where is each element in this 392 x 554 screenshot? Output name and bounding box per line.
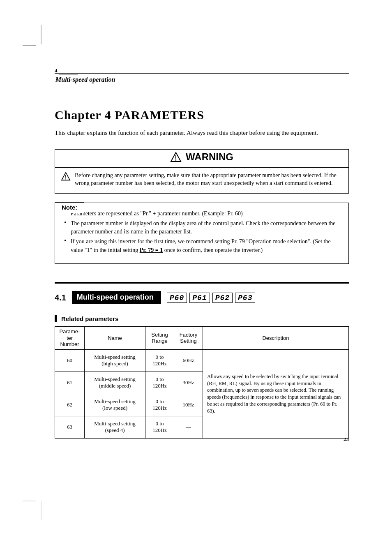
crop-mark bbox=[41, 501, 42, 520]
cell-range: 0 to120Hz bbox=[145, 394, 174, 416]
warning-label: WARNING bbox=[186, 151, 233, 163]
header-rule bbox=[55, 73, 349, 75]
crop-mark bbox=[23, 45, 36, 46]
cell-description: Allows any speed to be selected by switc… bbox=[203, 349, 349, 438]
section-display-codes: P60 P61 P62 P63 bbox=[167, 293, 256, 303]
cell-number: 63 bbox=[55, 416, 85, 438]
table-row: 60 Multi-speed setting(high speed) 0 to1… bbox=[55, 349, 349, 372]
note-box: Note: Parameters are represented as "Pr.… bbox=[55, 203, 349, 264]
col-header-range: SettingRange bbox=[145, 327, 174, 350]
cell-name: Multi-speed setting(speed 4) bbox=[85, 416, 145, 438]
parameters-table: Parame-terNumber Name SettingRange Facto… bbox=[55, 326, 349, 439]
col-header-number: Parame-terNumber bbox=[55, 327, 85, 350]
cell-number: 61 bbox=[55, 372, 85, 394]
warning-header: WARNING bbox=[55, 150, 348, 168]
cell-range: 0 to120Hz bbox=[145, 349, 174, 372]
crop-mark bbox=[352, 25, 352, 45]
section-number: 4.1 bbox=[55, 293, 66, 302]
col-header-name: Name bbox=[85, 327, 145, 350]
warning-box: WARNING Before changing any parameter se… bbox=[55, 149, 349, 194]
chapter-caption: This chapter explains the function of ea… bbox=[55, 129, 349, 138]
cell-name: Multi-speed setting(middle speed) bbox=[85, 372, 145, 394]
cell-name: Multi-speed setting(low speed) bbox=[85, 394, 145, 416]
heading-marker-icon bbox=[55, 315, 57, 322]
svg-point-2 bbox=[175, 159, 177, 161]
page-label-top: 4 bbox=[55, 67, 58, 74]
seg7-display: P61 bbox=[189, 293, 210, 303]
cell-number: 62 bbox=[55, 394, 85, 416]
col-header-factory: FactorySetting bbox=[174, 327, 203, 350]
cell-name: Multi-speed setting(high speed) bbox=[85, 349, 145, 372]
note-emphasis: Pr. 79 = 1 bbox=[140, 247, 163, 253]
seg7-display: P62 bbox=[212, 293, 233, 303]
cell-factory: 10Hz bbox=[174, 394, 203, 416]
cell-factory: — bbox=[174, 416, 203, 438]
seg7-display: P63 bbox=[235, 293, 255, 303]
section-rule bbox=[55, 282, 349, 284]
seg7-display: P60 bbox=[167, 293, 187, 303]
note-item: Parameters are represented as "Pr." + pa… bbox=[64, 210, 341, 218]
note-item: The parameter number is displayed on the… bbox=[64, 219, 341, 236]
svg-point-5 bbox=[65, 178, 66, 179]
cell-number: 60 bbox=[55, 349, 85, 372]
warning-body-text: Before changing any parameter setting, m… bbox=[75, 172, 343, 187]
cell-factory: 30Hz bbox=[174, 372, 203, 394]
related-parameters-heading: Related parameters bbox=[55, 315, 349, 322]
footer-page-number: 23 bbox=[344, 436, 349, 443]
crop-mark bbox=[23, 501, 36, 501]
col-header-description: Description bbox=[203, 327, 349, 350]
section-heading: 4.1 Multi-speed operation P60 P61 P62 P6… bbox=[55, 291, 349, 304]
cell-factory: 60Hz bbox=[174, 349, 203, 372]
note-tab-label: Note: bbox=[55, 202, 84, 213]
cell-range: 0 to120Hz bbox=[145, 372, 174, 394]
chapter-title: Chapter 4 PARAMETERS bbox=[55, 108, 349, 122]
crop-mark bbox=[41, 25, 42, 44]
warning-triangle-icon bbox=[170, 152, 182, 162]
note-item: If you are using this inverter for the f… bbox=[64, 238, 341, 254]
warning-triangle-icon bbox=[61, 172, 71, 181]
header-subtitle: Multi-speed operation bbox=[55, 76, 349, 83]
cell-range: 0 to120Hz bbox=[145, 416, 174, 438]
section-title: Multi-speed operation bbox=[72, 291, 161, 304]
